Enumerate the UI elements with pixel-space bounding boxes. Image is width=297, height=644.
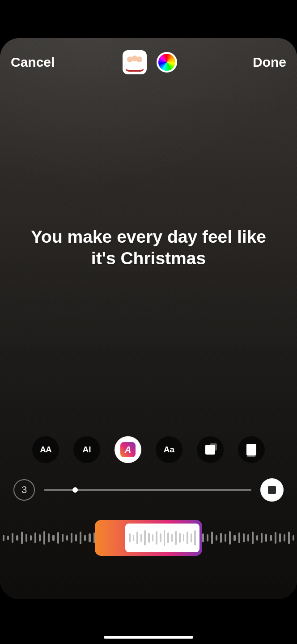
audio-waveform[interactable] xyxy=(0,518,297,558)
progress-knob[interactable] xyxy=(72,487,78,493)
stack-icon xyxy=(246,444,256,455)
style-bold-caps[interactable]: AA xyxy=(32,436,59,463)
lyrics-text[interactable]: You make every day feel like it's Christ… xyxy=(0,226,297,269)
home-indicator xyxy=(104,636,193,639)
top-bar: Cancel Done xyxy=(11,49,286,76)
story-editor-frame: Cancel Done You make every day feel like… xyxy=(0,38,297,599)
style-stack[interactable] xyxy=(238,436,265,463)
stop-button[interactable] xyxy=(260,478,284,502)
style-gradient[interactable]: A xyxy=(115,436,141,463)
gradient-a-icon: A xyxy=(120,442,136,457)
audio-clip-selection[interactable] xyxy=(95,520,202,556)
page-count-badge[interactable]: 3 xyxy=(13,479,35,501)
cancel-button[interactable]: Cancel xyxy=(11,55,55,70)
top-center-controls xyxy=(123,50,177,74)
music-thumbnail[interactable] xyxy=(123,50,147,74)
stop-icon xyxy=(268,486,276,494)
style-outline[interactable]: AI xyxy=(73,436,100,463)
style-underline[interactable]: Aa xyxy=(156,436,182,463)
story-background-image xyxy=(0,38,297,599)
done-button[interactable]: Done xyxy=(253,55,286,70)
style-card[interactable] xyxy=(197,436,224,463)
clip-waveform xyxy=(125,524,199,552)
album-art-icon xyxy=(125,53,144,72)
color-picker-button[interactable] xyxy=(157,52,177,73)
lyric-style-row: AA AI A Aa xyxy=(0,436,297,463)
card-icon xyxy=(205,445,215,455)
progress-track[interactable] xyxy=(44,489,251,491)
scrubber-row: 3 xyxy=(13,477,284,502)
